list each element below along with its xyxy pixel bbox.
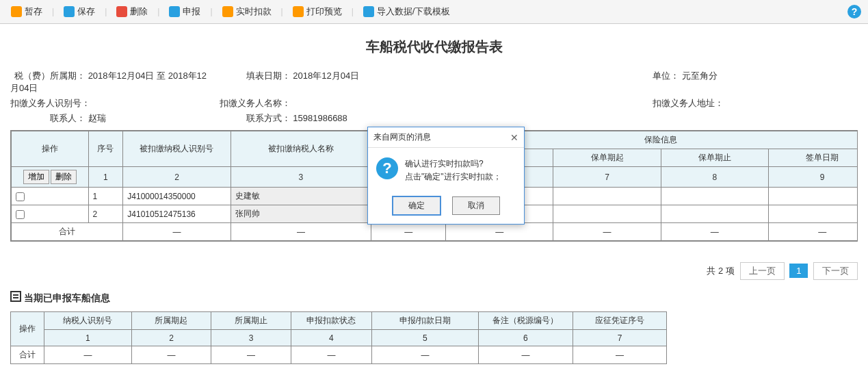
filldate-label: 填表日期： [215, 70, 291, 82]
contact-label: 联系人： [10, 112, 86, 125]
col2-pend: 所属期止 [211, 312, 291, 330]
temp-save-icon [11, 6, 22, 17]
dialog-line1: 确认进行实时扣款吗? [405, 157, 501, 170]
colnum-8: 8 [661, 167, 768, 188]
cell-seq[interactable]: 2 [88, 205, 123, 223]
print-preview-button[interactable]: 打印预览 [289, 4, 346, 19]
realtime-icon [222, 6, 233, 17]
col-taxid: 被扣缴纳税人识别号 [123, 131, 231, 167]
declared-table: 操作 纳税人识别号 所属期起 所属期止 申报扣款状态 申报/扣款日期 备注（税源… [10, 311, 667, 364]
cell-taxid[interactable]: J41010512475136 [123, 205, 231, 223]
withhold-name-label: 扣缴义务人名称： [215, 97, 291, 110]
col-policyend: 保单期止 [661, 149, 768, 167]
contact-value: 赵瑞 [88, 113, 106, 123]
col-policystart: 保单期起 [553, 149, 661, 167]
confirm-dialog: 来自网页的消息 ✕ ? 确认进行实时扣款吗? 点击"确定"进行实时扣款； 确定 … [367, 127, 525, 225]
prev-page-button[interactable]: 上一页 [740, 262, 785, 280]
period-label: 税（费）所属期： [10, 70, 86, 82]
col2-taxid: 纳税人识别号 [44, 312, 131, 330]
colnum-2: 2 [123, 167, 231, 188]
colnum-9: 9 [769, 167, 858, 188]
col2-date: 申报/扣款日期 [371, 312, 478, 330]
declare-button[interactable]: 申报 [165, 4, 205, 19]
pager: 共 2 项 上一页 1 下一页 [10, 262, 858, 280]
page-number[interactable]: 1 [789, 264, 808, 278]
total-row-2: 合计 — — — — — — — [11, 346, 667, 364]
cell-policyend[interactable] [661, 205, 768, 223]
save-button[interactable]: 保存 [60, 4, 99, 19]
col2-op: 操作 [11, 312, 44, 346]
realtime-deduct-button[interactable]: 实时扣款 [218, 4, 276, 19]
unit-label: 单位： [653, 71, 679, 81]
temp-save-button[interactable]: 暂存 [7, 4, 47, 19]
del-row-button[interactable]: 删除 [51, 170, 77, 184]
col2-pstart: 所属期起 [131, 312, 211, 330]
col-seq: 序号 [88, 131, 123, 167]
toolbar: 暂存 | 保存 | 删除 | 申报 | 实时扣款 | 打印预览 | 导入数据/下… [0, 0, 868, 24]
col-signdate: 签单日期 [769, 149, 858, 167]
row-checkbox[interactable] [16, 210, 25, 219]
import-icon [363, 6, 374, 17]
dialog-ok-button[interactable]: 确定 [392, 196, 441, 216]
row-checkbox[interactable] [16, 192, 25, 201]
import-data-button[interactable]: 导入数据/下载模板 [359, 4, 455, 19]
total2-label: 合计 [11, 346, 44, 364]
add-row-button[interactable]: 增加 [23, 170, 49, 184]
cell-policystart[interactable] [553, 188, 661, 205]
colnum-7: 7 [553, 167, 661, 188]
cell-signdate[interactable] [769, 205, 858, 223]
withhold-addr-label: 扣缴义务人地址： [653, 98, 724, 108]
contactway-value: 15981986688 [293, 113, 347, 123]
question-icon: ? [376, 157, 398, 179]
dialog-title: 来自网页的消息 [373, 131, 431, 143]
cell-taxid[interactable]: J41000014350000 [123, 188, 231, 205]
col2-remark: 备注（税源编号） [478, 312, 573, 330]
page-title: 车船税代收代缴报告表 [10, 38, 858, 56]
cell-seq[interactable]: 1 [88, 188, 123, 205]
cell-taxname[interactable]: 张同帅 [231, 205, 371, 223]
print-icon [293, 6, 304, 17]
section2-title: 当期已申报车船信息 [10, 291, 858, 305]
horizontal-scrollbar[interactable] [10, 243, 858, 254]
pager-total: 共 2 项 [707, 266, 734, 276]
withhold-id-label: 扣缴义务人识别号： [10, 97, 90, 110]
cell-policystart[interactable] [553, 205, 661, 223]
total-row: 合计 — — — — — — — — [12, 223, 858, 241]
cell-signdate[interactable] [769, 188, 858, 205]
total-label: 合计 [12, 223, 123, 241]
col2-status: 申报扣款状态 [291, 312, 371, 330]
next-page-button[interactable]: 下一页 [813, 262, 858, 280]
col2-voucher: 应征凭证序号 [573, 312, 667, 330]
col-op: 操作 [12, 131, 89, 167]
declare-icon [169, 6, 180, 17]
cell-taxname[interactable]: 史建敏 [231, 188, 371, 205]
save-icon [64, 6, 75, 17]
col-taxname: 被扣缴纳税人名称 [231, 131, 371, 167]
dialog-close-button[interactable]: ✕ [510, 132, 518, 143]
op-buttons-cell: 增加删除 [12, 167, 89, 188]
filldate-value: 2018年12月04日 [293, 71, 359, 81]
contactway-label: 联系方式： [215, 112, 291, 125]
delete-button[interactable]: 删除 [112, 4, 152, 19]
delete-icon [116, 6, 127, 17]
dialog-line2: 点击"确定"进行实时扣款； [405, 170, 501, 183]
dialog-cancel-button[interactable]: 取消 [452, 196, 500, 215]
help-icon[interactable]: ? [847, 5, 861, 18]
unit-value: 元至角分 [682, 71, 718, 81]
colnum-1: 1 [88, 167, 123, 188]
cell-policyend[interactable] [661, 188, 768, 205]
colnum-3: 3 [231, 167, 371, 188]
